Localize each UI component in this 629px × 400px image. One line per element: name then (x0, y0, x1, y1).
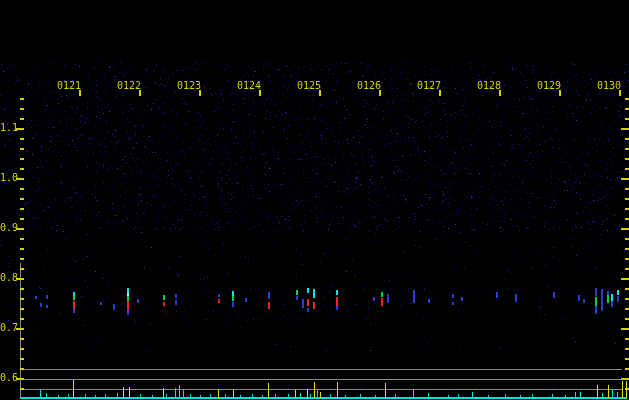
level-spike-cyan (300, 393, 301, 398)
level-spike-yellow (337, 382, 338, 398)
meteor-echo-mark (46, 295, 48, 299)
time-tick (79, 90, 81, 96)
level-spike-cyan (575, 392, 576, 398)
freq-label: 0.8 (0, 273, 17, 283)
level-spike-cyan (140, 394, 141, 398)
meteor-echo-mark (381, 292, 383, 297)
meteor-echo-mark (595, 297, 597, 306)
meteor-echo-mark (373, 297, 375, 301)
freq-minor-tick-left (20, 348, 24, 350)
freq-minor-tick-left (20, 118, 24, 120)
time-label: 0121 (57, 81, 81, 91)
meteor-echo-mark (313, 289, 315, 298)
meteor-echo-mark (595, 306, 597, 314)
meteor-echo-mark (127, 301, 129, 310)
freq-minor-tick-left (20, 298, 24, 300)
level-spike-yellow (163, 388, 164, 398)
freq-minor-tick-right (625, 218, 629, 220)
level-baseline (20, 397, 627, 399)
time-label: 0123 (177, 81, 201, 91)
meteor-echo-mark (268, 292, 270, 299)
meteor-echo-mark (307, 288, 309, 293)
freq-minor-tick-right (625, 358, 629, 360)
meteor-echo-mark (268, 302, 270, 309)
meteor-echo-mark (73, 296, 75, 300)
meteor-echo-mark (553, 292, 555, 298)
meteor-echo-mark (413, 290, 415, 303)
meteor-echo-mark (302, 299, 304, 308)
meteor-echo-mark (163, 302, 165, 306)
time-label: 0129 (537, 81, 561, 91)
level-spike-cyan (190, 394, 191, 398)
time-label: 0125 (297, 81, 321, 91)
freq-minor-tick-right (625, 288, 629, 290)
freq-minor-tick-right (625, 308, 629, 310)
meteor-echo-mark (73, 309, 75, 313)
meteor-echo-mark (611, 301, 613, 307)
meteor-echo-mark (336, 290, 338, 295)
level-spike-cyan (105, 394, 106, 398)
meteor-echo-mark (296, 296, 298, 300)
freq-minor-tick-left (20, 148, 24, 150)
meteor-echo-mark (137, 299, 139, 303)
freq-minor-tick-right (625, 188, 629, 190)
time-tick (559, 90, 561, 96)
freq-major-tick-right (621, 378, 629, 380)
meteor-echo-mark (73, 301, 75, 309)
freq-label: 0.6 (0, 373, 17, 383)
time-label: 0128 (477, 81, 501, 91)
freq-minor-tick-left (20, 388, 24, 390)
freq-minor-tick-right (625, 248, 629, 250)
level-spike-cyan (225, 394, 226, 398)
time-tick (439, 90, 441, 96)
freq-minor-tick-left (20, 108, 24, 110)
level-spike-cyan (68, 394, 69, 398)
level-spike-cyan (448, 395, 449, 398)
freq-minor-tick-left (20, 238, 24, 240)
meteor-echo-mark (496, 292, 498, 298)
spectrogram-plot-layer: 0121012201230124012501260127012801290130… (0, 0, 629, 400)
hrofft-output-window: H R O F F T 1.0.0 0408310120.png meteor … (0, 0, 629, 400)
level-reference-line (20, 369, 622, 370)
freq-minor-tick-right (625, 168, 629, 170)
time-label: 0127 (417, 81, 441, 91)
meteor-echo-mark (617, 296, 619, 302)
freq-minor-tick-left (20, 308, 24, 310)
level-spike-yellow (314, 382, 315, 398)
freq-minor-tick-left (20, 218, 24, 220)
meteor-echo-mark (218, 294, 220, 297)
freq-minor-tick-left (20, 98, 24, 100)
level-spike-cyan (310, 394, 311, 398)
meteor-echo-mark (595, 288, 597, 296)
freq-minor-tick-right (625, 158, 629, 160)
time-label: 0130 (597, 81, 621, 91)
meteor-echo-mark (611, 294, 613, 301)
meteor-echo-mark (245, 298, 247, 302)
time-tick (499, 90, 501, 96)
freq-minor-tick-right (625, 298, 629, 300)
freq-minor-tick-left (20, 168, 24, 170)
meteor-echo-mark (46, 305, 48, 308)
meteor-echo-mark (578, 295, 580, 301)
level-spike-cyan (46, 393, 47, 398)
level-spike-cyan (40, 390, 41, 398)
freq-minor-tick-left (20, 268, 24, 270)
freq-major-tick-right (621, 328, 629, 330)
level-spike-yellow (622, 381, 623, 398)
level-spike-cyan (85, 394, 86, 398)
level-spike-cyan (472, 392, 473, 398)
meteor-echo-mark (428, 299, 430, 303)
freq-minor-tick-right (625, 108, 629, 110)
meteor-echo-mark (113, 304, 115, 310)
level-spike-cyan (58, 395, 59, 398)
meteor-echo-mark (175, 300, 177, 305)
level-spike-cyan (428, 393, 429, 398)
time-tick (619, 90, 621, 96)
level-reference-line (20, 389, 622, 390)
freq-minor-tick-left (20, 208, 24, 210)
meteor-echo-mark (336, 306, 338, 310)
time-tick (199, 90, 201, 96)
level-spike-cyan (345, 395, 346, 398)
level-spike-cyan (520, 395, 521, 398)
meteor-echo-mark (232, 302, 234, 307)
